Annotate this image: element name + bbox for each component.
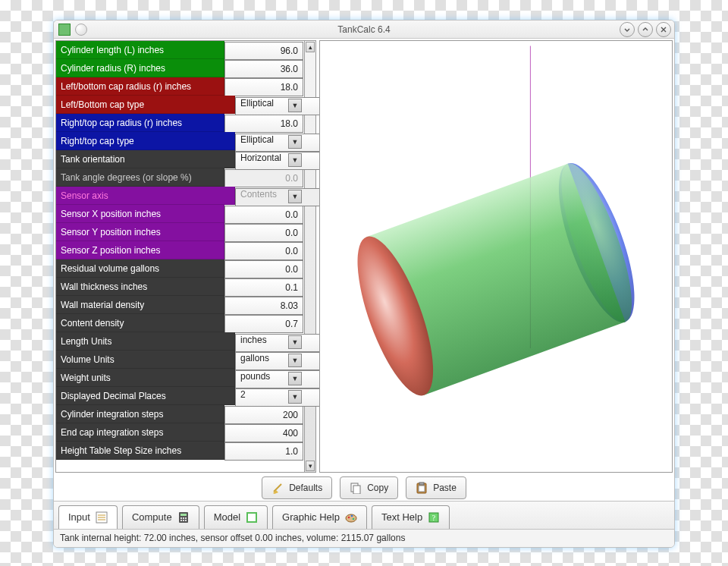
window-title: TankCalc 6.4 xyxy=(54,24,674,35)
scroll-down-icon[interactable]: ▾ xyxy=(306,461,315,471)
param-input-cyl-radius[interactable]: 36.0 xyxy=(224,60,303,78)
param-label-orientation: Tank orientation xyxy=(56,150,235,168)
param-label-ht-step: Height Table Step Size inches xyxy=(56,442,224,460)
param-input-cyl-length[interactable]: 96.0 xyxy=(224,42,303,60)
param-row-volume-units: Volume Unitsgallons▼ xyxy=(56,351,304,369)
close-button[interactable] xyxy=(656,22,671,37)
chevron-down-icon[interactable]: ▼ xyxy=(288,135,302,149)
param-label-cont-density: Content density xyxy=(56,314,224,332)
param-input-sensor-x[interactable]: 0.0 xyxy=(224,206,303,224)
param-row-cyl-radius: Cylinder radius (R) inches36.0 xyxy=(56,59,304,77)
svg-rect-12 xyxy=(183,517,184,519)
param-select-rcap-type[interactable]: Elliptical xyxy=(235,134,323,152)
param-label-cyl-steps: Cylinder integration steps xyxy=(56,405,224,423)
param-input-cap-steps[interactable]: 400 xyxy=(224,424,303,442)
param-label-wall-thick: Wall thickness inches xyxy=(56,278,224,296)
svg-rect-3 xyxy=(419,483,424,485)
scroll-up-icon[interactable]: ▴ xyxy=(306,42,315,52)
param-row-ht-step: Height Table Step Size inches1.0 xyxy=(56,442,304,460)
copy-button[interactable]: Copy xyxy=(340,476,398,499)
tab-model[interactable]: Model xyxy=(204,505,268,529)
param-select-length-units[interactable]: inches xyxy=(235,334,323,352)
param-row-wall-thick: Wall thickness inches0.1 xyxy=(56,278,304,296)
tab-graphic-help-label: Graphic Help xyxy=(282,511,340,523)
param-label-lcap-radius: Left/bottom cap radius (r) inches xyxy=(56,77,224,96)
tab-input[interactable]: Input xyxy=(58,505,118,529)
param-select-dec-places[interactable]: 2 xyxy=(235,388,323,407)
param-label-weight-units: Weight units xyxy=(56,369,235,387)
help-icon: ? xyxy=(428,511,440,524)
chevron-down-icon[interactable]: ▼ xyxy=(288,354,302,367)
param-label-wall-density: Wall material density xyxy=(56,296,224,314)
param-row-dec-places: Displayed Decimal Places2▼ xyxy=(56,387,304,405)
param-select-lcap-type[interactable]: Elliptical xyxy=(235,97,323,115)
param-input-sensor-y[interactable]: 0.0 xyxy=(224,224,303,242)
svg-point-22 xyxy=(353,518,355,520)
chevron-down-icon: ▼ xyxy=(288,190,302,203)
param-input-cont-density[interactable]: 0.7 xyxy=(224,315,303,333)
param-select-orientation[interactable]: Horizontal xyxy=(235,152,323,170)
chevron-down-icon[interactable]: ▼ xyxy=(288,372,302,385)
svg-rect-1 xyxy=(353,486,360,494)
param-row-angle: Tank angle degrees (or slope %)0.0 xyxy=(56,168,304,187)
param-select-weight-units[interactable]: pounds xyxy=(235,370,323,388)
param-select-volume-units[interactable]: gallons xyxy=(235,352,323,370)
param-input-ht-step[interactable]: 1.0 xyxy=(224,442,303,461)
param-label-sensor-z: Sensor Z position inches xyxy=(56,241,224,259)
palette-icon xyxy=(345,511,357,524)
param-row-weight-units: Weight unitspounds▼ xyxy=(56,369,304,387)
param-input-wall-density[interactable]: 8.03 xyxy=(224,297,303,315)
param-label-sensor-axis: Sensor axis xyxy=(56,187,235,205)
app-icon xyxy=(58,24,71,36)
tab-graphic-help[interactable]: Graphic Help xyxy=(272,505,367,529)
maximize-button[interactable] xyxy=(638,22,653,37)
tab-input-label: Input xyxy=(68,511,90,523)
param-row-rcap-type: Right/top cap typeElliptical▼ xyxy=(56,132,304,150)
param-row-orientation: Tank orientationHorizontal▼ xyxy=(56,150,304,168)
tab-text-help[interactable]: Text Help ? xyxy=(372,505,450,529)
param-input-lcap-radius[interactable]: 18.0 xyxy=(224,78,303,96)
copy-icon xyxy=(350,482,362,494)
param-row-cont-density: Content density0.7 xyxy=(56,314,304,332)
tab-model-label: Model xyxy=(214,511,240,523)
svg-point-20 xyxy=(348,517,350,519)
svg-rect-17 xyxy=(247,513,256,522)
chevron-down-icon[interactable]: ▼ xyxy=(288,99,302,112)
main-area: Cylinder length (L) inches96.0Cylinder r… xyxy=(54,39,674,474)
param-row-cap-steps: End cap integration steps400 xyxy=(56,423,304,442)
param-label-sensor-x: Sensor X position inches xyxy=(56,205,224,223)
tab-bar: Input Compute Model Graphic Help Text He… xyxy=(54,501,674,529)
param-input-cyl-steps[interactable]: 200 xyxy=(224,406,303,424)
status-text: Tank internal height: 72.00 inches, sens… xyxy=(60,533,405,543)
paste-icon xyxy=(416,482,428,494)
tank-viewer[interactable] xyxy=(319,40,673,473)
param-input-sensor-z[interactable]: 0.0 xyxy=(224,242,303,260)
app-window: TankCalc 6.4 Cylinder length (L) inches9… xyxy=(53,20,675,548)
defaults-button[interactable]: Defaults xyxy=(262,476,332,499)
param-input-wall-thick[interactable]: 0.1 xyxy=(224,278,303,297)
sys-menu-icon[interactable] xyxy=(75,24,87,36)
action-toolbar: Defaults Copy Paste xyxy=(54,474,674,502)
paste-button[interactable]: Paste xyxy=(406,476,466,499)
svg-rect-4 xyxy=(419,486,425,492)
svg-rect-10 xyxy=(180,514,187,516)
chevron-down-icon[interactable]: ▼ xyxy=(288,153,302,167)
minimize-button[interactable] xyxy=(620,22,635,37)
chevron-down-icon[interactable]: ▼ xyxy=(288,390,302,404)
param-row-lcap-type: Left/Bottom cap typeElliptical▼ xyxy=(56,96,304,114)
param-row-sensor-y: Sensor Y position inches0.0 xyxy=(56,223,304,241)
param-label-rcap-radius: Right/top cap radius (r) inches xyxy=(56,114,224,132)
param-row-rcap-radius: Right/top cap radius (r) inches18.0 xyxy=(56,114,304,132)
param-label-sensor-y: Sensor Y position inches xyxy=(56,223,224,241)
param-row-wall-density: Wall material density8.03 xyxy=(56,296,304,314)
param-input-resid-vol[interactable]: 0.0 xyxy=(224,260,303,278)
param-row-cyl-steps: Cylinder integration steps200 xyxy=(56,405,304,423)
param-label-rcap-type: Right/top cap type xyxy=(56,132,235,150)
parameters-grid: Cylinder length (L) inches96.0Cylinder r… xyxy=(55,40,305,473)
chevron-down-icon[interactable]: ▼ xyxy=(288,335,302,349)
svg-rect-13 xyxy=(185,517,187,519)
calculator-icon xyxy=(177,511,190,524)
tab-compute[interactable]: Compute xyxy=(122,505,199,529)
param-label-dec-places: Displayed Decimal Places xyxy=(56,387,235,405)
param-input-rcap-radius[interactable]: 18.0 xyxy=(224,115,303,133)
